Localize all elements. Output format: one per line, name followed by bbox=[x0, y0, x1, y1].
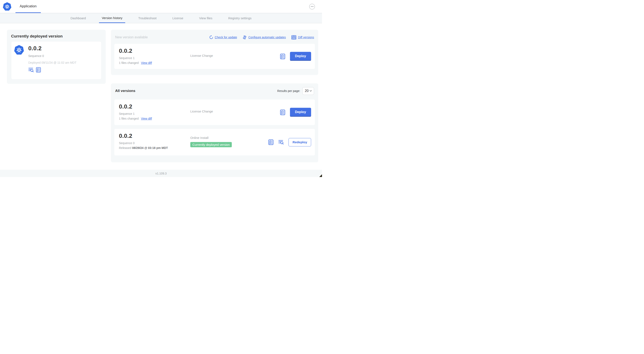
deployed-timestamp: Deployed 09/11/24 @ 11:02 am MDT bbox=[28, 61, 76, 64]
version-source: License Change bbox=[190, 54, 213, 57]
version-source-block: Online Install Currently deployed versio… bbox=[190, 136, 232, 147]
deployed-version-actions bbox=[28, 67, 76, 73]
tab-version-history[interactable]: Version history bbox=[99, 13, 125, 23]
section-nav: Dashboard Version history Troubleshoot L… bbox=[0, 13, 322, 23]
diff-versions-label: Diff versions bbox=[298, 36, 314, 39]
tab-license[interactable]: License bbox=[170, 13, 186, 23]
tab-troubleshoot[interactable]: Troubleshoot bbox=[136, 13, 159, 23]
version-info: 0.0.2 Sequence 1 1 files changed View di… bbox=[119, 103, 190, 120]
released-label: Released bbox=[119, 146, 131, 150]
right-column: New version available Check for update bbox=[111, 30, 318, 162]
kots-admin-console: Application Dashboard Version history Tr… bbox=[0, 0, 322, 162]
app-icon bbox=[14, 45, 24, 55]
results-per-page-label: Results per page: bbox=[277, 89, 300, 93]
version-row-sequence-0: 0.0.2 Sequence 0 Released 08/29/24 @ 03:… bbox=[114, 129, 315, 155]
deployed-version-info: 0.0.2 Sequence 0 Deployed 09/11/24 @ 11:… bbox=[28, 45, 76, 76]
view-deploy-logs-icon[interactable] bbox=[28, 67, 34, 73]
version-actions: Deploy bbox=[280, 52, 311, 61]
diff-panes-icon bbox=[291, 35, 296, 40]
results-per-page-value: 20 bbox=[305, 89, 308, 93]
version-number: 0.0.2 bbox=[119, 133, 190, 139]
check-for-update-link[interactable]: Check for update bbox=[209, 35, 237, 39]
results-per-page: Results per page: 20 bbox=[277, 87, 314, 95]
deploy-button[interactable]: Deploy bbox=[290, 52, 311, 61]
files-changed-label: 1 files changed bbox=[119, 61, 138, 65]
footer: v1.109.3 bbox=[0, 170, 322, 177]
configure-automatic-updates-label: Configure automatic updates bbox=[248, 36, 286, 39]
refresh-icon bbox=[209, 35, 213, 39]
view-deploy-logs-icon[interactable] bbox=[278, 140, 284, 145]
version-info: 0.0.2 Sequence 1 1 files changed View di… bbox=[119, 48, 190, 65]
view-diff-link[interactable]: View diff bbox=[141, 61, 152, 65]
all-versions-panel: All versions Results per page: 20 bbox=[111, 83, 318, 162]
released-timestamp: Released 08/29/24 @ 03:18 pm MDT bbox=[119, 146, 190, 150]
preflight-checklist-icon[interactable] bbox=[280, 54, 285, 59]
released-date: 08/29/24 @ 03:18 pm MDT bbox=[132, 146, 168, 150]
tab-registry-settings[interactable]: Registry settings bbox=[226, 13, 254, 23]
sequence-label: Sequence 0 bbox=[28, 54, 76, 58]
clock-sync-icon bbox=[242, 35, 247, 40]
preflight-checklist-icon[interactable] bbox=[36, 67, 41, 73]
files-changed: 1 files changed View diff bbox=[119, 117, 190, 120]
version-actions: Redeploy bbox=[268, 138, 311, 146]
app-tab-application[interactable]: Application bbox=[16, 0, 41, 13]
sequence-label: Sequence 1 bbox=[119, 56, 190, 60]
all-versions-title: All versions bbox=[115, 89, 135, 93]
deployed-version-card: 0.0.2 Sequence 0 Deployed 09/11/24 @ 11:… bbox=[11, 41, 102, 80]
check-for-update-label: Check for update bbox=[215, 36, 237, 39]
app-tab-label: Application bbox=[20, 4, 37, 8]
corner-artifact bbox=[319, 174, 322, 177]
version-row-sequence-1: 0.0.2 Sequence 1 1 files changed View di… bbox=[114, 100, 315, 125]
version-actions: Deploy bbox=[280, 108, 311, 117]
app-header: Application bbox=[0, 0, 322, 13]
view-diff-link[interactable]: View diff bbox=[141, 117, 152, 120]
console-version: v1.109.3 bbox=[155, 172, 167, 175]
all-versions-header: All versions Results per page: 20 bbox=[114, 87, 315, 95]
new-version-header: New version available Check for update bbox=[114, 33, 315, 41]
deploy-button[interactable]: Deploy bbox=[290, 108, 311, 117]
preflight-checklist-icon[interactable] bbox=[268, 139, 274, 145]
configure-automatic-updates-link[interactable]: Configure automatic updates bbox=[242, 35, 286, 40]
ellipsis-icon bbox=[310, 5, 314, 9]
currently-deployed-badge: Currently deployed version bbox=[190, 142, 232, 147]
redeploy-button[interactable]: Redeploy bbox=[288, 138, 311, 146]
files-changed-label: 1 files changed bbox=[119, 117, 138, 120]
currently-deployed-panel: Currently deployed version 0.0.2 Sequenc… bbox=[7, 30, 106, 84]
new-version-row: 0.0.2 Sequence 1 1 files changed View di… bbox=[114, 44, 315, 69]
tab-dashboard[interactable]: Dashboard bbox=[68, 13, 88, 23]
sequence-label: Sequence 0 bbox=[119, 141, 190, 145]
files-changed: 1 files changed View diff bbox=[119, 61, 190, 65]
results-per-page-select[interactable]: 20 bbox=[302, 87, 314, 95]
preflight-checklist-icon[interactable] bbox=[280, 109, 285, 115]
version-info: 0.0.2 Sequence 0 Released 08/29/24 @ 03:… bbox=[119, 133, 190, 150]
sequence-label: Sequence 1 bbox=[119, 112, 190, 115]
version-number: 0.0.2 bbox=[28, 45, 76, 52]
version-number: 0.0.2 bbox=[119, 48, 190, 54]
version-number: 0.0.2 bbox=[119, 103, 190, 110]
tab-view-files[interactable]: View files bbox=[196, 13, 215, 23]
main-content: Currently deployed version 0.0.2 Sequenc… bbox=[0, 23, 322, 162]
kubernetes-logo-icon bbox=[3, 2, 11, 11]
chevron-down-icon bbox=[310, 90, 312, 92]
version-action-links: Check for update Configure automatic upd… bbox=[209, 35, 314, 40]
overflow-menu-button[interactable] bbox=[309, 4, 315, 10]
version-source: License Change bbox=[190, 110, 213, 113]
new-version-panel: New version available Check for update bbox=[111, 30, 318, 75]
currently-deployed-title: Currently deployed version bbox=[11, 34, 102, 39]
diff-versions-link[interactable]: Diff versions bbox=[291, 35, 314, 40]
version-source: Online Install bbox=[190, 136, 232, 140]
new-version-title: New version available bbox=[115, 36, 148, 39]
